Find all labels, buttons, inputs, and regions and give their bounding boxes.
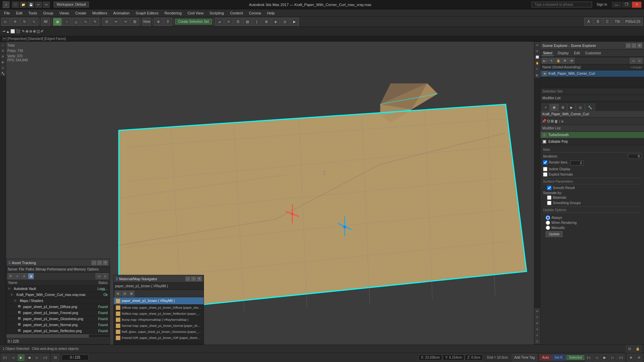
sign-in-btn[interactable]: Sign In [595,3,609,6]
select-region-circle[interactable]: ○ [62,18,71,26]
menu-corona[interactable]: Corona [246,10,264,16]
zoom-region-btn[interactable]: ⬜ [535,54,540,60]
snap-toggle[interactable]: 3 [163,18,172,26]
sub-select-poly[interactable]: ⬜ [10,29,15,34]
new-btn[interactable]: □ [12,2,19,8]
tab-edit[interactable]: Edit [573,51,581,56]
menu-group[interactable]: Group [40,10,56,16]
ts-render-iters-input[interactable] [570,161,584,166]
add-time-tag-btn[interactable]: Add Time Tag [512,354,537,361]
select-and-link[interactable]: ⛓ [130,18,139,26]
mn-view-large[interactable]: ⊠ [128,291,135,297]
mod-tab-modify[interactable]: ⊕ [550,104,558,111]
menu-animation[interactable]: Animation [111,10,132,16]
playback-play[interactable]: ▶ [601,354,608,361]
menu-content[interactable]: Content [227,10,246,16]
mn-selected-material-item[interactable]: paper_sheet_p1_brown ( VRayMtl ) [114,297,204,305]
grow-sel[interactable]: ⊗ [33,29,36,34]
viewport-label[interactable]: [+] [Perspective] [Standard] [Edged Face… [3,37,66,41]
utilities-panel-icon[interactable]: 🔧 [0,71,6,76]
mod-delete-btn[interactable]: 🗑 [554,119,558,123]
menu-civil-view[interactable]: Civil View [185,10,206,16]
ts-when-rendering-radio[interactable] [546,221,550,225]
menu-file[interactable]: File [1,10,13,16]
align-btn[interactable]: ≡ [224,18,233,26]
vp-nav6[interactable]: ⊡ [535,339,540,344]
scale-btn[interactable]: ⤡ [30,18,38,26]
at-item-fresnel[interactable]: 🖼 paper_sheet_p1_brown_Fresnel.png Found [6,310,110,316]
ts-materials-checkbox[interactable] [547,195,551,200]
render-B[interactable]: B [594,18,602,26]
vp-nav3[interactable]: ⊕ [535,320,540,326]
mirror-btn[interactable]: ⊿ [215,18,224,26]
menu-edit[interactable]: Edit [13,10,25,16]
close-btn[interactable]: ✕ [632,2,641,8]
mn-restore-btn[interactable]: □ [191,277,196,281]
select-filter[interactable]: All [41,18,50,26]
minimize-btn[interactable]: — [612,2,621,8]
ts-update-btn[interactable]: Update [546,231,562,237]
mod-cfg2-btn[interactable]: ⊞ [551,119,554,123]
vp-nav4[interactable]: ⊖ [535,326,540,332]
at-item-normal[interactable]: 🖼 paper_sheet_p1_brown_Normal.png Found [6,322,110,328]
select-region-paint[interactable]: ✎ [91,18,99,26]
selected-dropdown[interactable]: Selected [567,355,584,360]
paint-deform[interactable]: ✐ [41,29,44,34]
window-crossing[interactable]: ⊡ [102,18,111,26]
mod-move-up-btn[interactable]: ↑ [559,119,561,123]
modify-panel-icon[interactable]: ⊕ [0,48,6,53]
snap-viewport-btn[interactable]: ⊡ [626,345,633,353]
at-active-btn[interactable]: ◼ [28,273,34,279]
at-menu-bitmap[interactable]: Bitmap Performance and Memory [36,267,86,271]
zoom-btn[interactable]: ⊕ [535,42,540,48]
redo-btn[interactable]: ↪ [43,2,50,8]
mod-tab-hierarchy[interactable]: ⊞ [558,104,567,111]
ts-smooth-result-checkbox[interactable] [547,186,551,190]
pan-btn[interactable]: ✋ [535,60,540,66]
tl-zoom-btn[interactable]: ⊕ [627,354,635,361]
tab-display[interactable]: Display [556,51,570,56]
mod-item-editable-poly[interactable]: ⬜ Editable Poly [540,138,644,145]
ts-manually-radio[interactable] [546,226,550,230]
save-btn[interactable]: 💾 [28,2,34,8]
at-restore-btn[interactable]: □ [97,260,102,265]
select-region-fence[interactable]: △ [72,18,80,26]
mod-tab-create[interactable]: + [542,104,550,111]
next-frame-btn[interactable]: ▷ [34,354,41,361]
snap-3d[interactable]: ⊕ [154,18,163,26]
planar-sel[interactable]: ⊖ [29,29,32,34]
menu-graph-editors[interactable]: Graph Editors [133,10,161,16]
ts-smoothing-groups-checkbox[interactable] [547,201,551,205]
se-expand-btn[interactable]: ≫ [569,58,575,64]
create-panel-icon[interactable]: + [0,42,6,48]
workspace-selector[interactable]: Workspace: Default [54,2,89,7]
render-C[interactable]: C [603,18,612,26]
at-scrollbar[interactable] [6,334,110,338]
curve-editor[interactable]: ∫ [253,18,261,26]
se-nav-prev[interactable]: ◁ [630,58,636,64]
viewport-disp[interactable]: ◫ [37,29,40,34]
mod-settings-btn[interactable]: ≡ [561,119,564,123]
ts-always-radio[interactable] [546,216,550,220]
prev-frame-btn[interactable]: ◁ [9,354,17,361]
at-check-btn[interactable]: ✓ [14,273,20,279]
ts-isoline-check[interactable]: Isoline Display [543,167,641,171]
layer-btn[interactable]: ☰ [234,18,243,26]
ts-materials-check[interactable]: Materials [543,195,641,200]
view-dropdown[interactable]: View [142,18,151,26]
at-next-btn[interactable]: ▷ [102,273,108,279]
mod-pin-btn[interactable]: 📌 [542,119,546,123]
scene-item-kraft-paper[interactable]: ◈ Kraft_Paper_With_Corner_Curl [540,70,644,77]
play-reverse-btn[interactable]: ◀ [25,354,33,361]
mod-tab-display[interactable]: ◎ [576,104,585,111]
at-menu-server[interactable]: Server [8,267,17,271]
mod-tab-motion[interactable]: ▶ [567,104,576,111]
mn-scrollbar[interactable] [114,341,204,344]
mn-map-glossiness[interactable]: Refl. gloss.: paper_sheet_p1_brown_Gloss… [114,329,204,335]
mod-tab-utilities[interactable]: 🔧 [585,104,595,111]
undo-scene[interactable]: ↩ [112,18,120,26]
ts-iterations-input[interactable] [628,154,641,159]
mn-view-small[interactable]: ⊞ [115,291,121,297]
playback-skip-start[interactable]: |◁ [585,354,592,361]
zoom-all-btn[interactable]: ⊗ [535,48,540,54]
